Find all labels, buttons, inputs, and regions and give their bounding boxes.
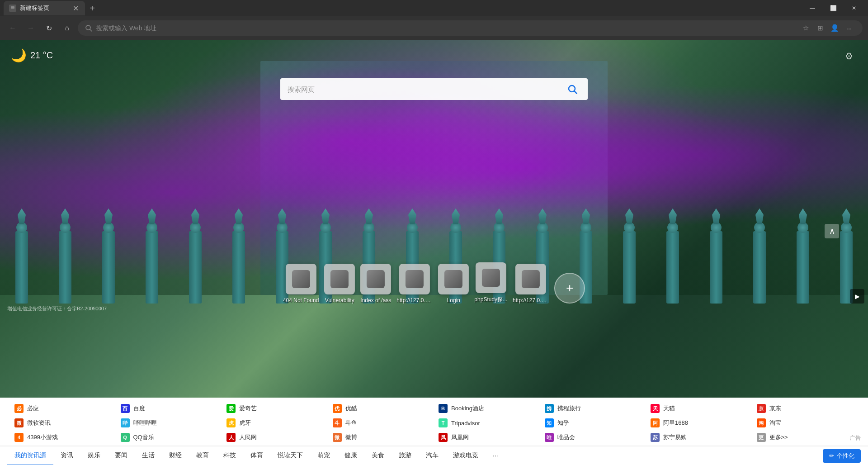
link-item[interactable]: 哔 哔哩哔哩: [117, 417, 222, 429]
link-text: 微博: [345, 433, 357, 441]
link-item[interactable]: Q QQ音乐: [117, 431, 222, 444]
address-input[interactable]: [96, 24, 796, 32]
link-item[interactable]: 阿 阿里1688: [647, 417, 751, 429]
link-item[interactable]: 斗 斗鱼: [329, 417, 434, 429]
back-button[interactable]: ←: [5, 21, 20, 35]
quick-item-3[interactable]: http://127.0.0....: [396, 264, 433, 304]
fence-post: [753, 231, 766, 304]
refresh-icon: ↻: [46, 24, 52, 33]
link-favicon: 4: [14, 433, 24, 442]
link-item[interactable]: 携 携程旅行: [541, 402, 646, 415]
nav-tab-12[interactable]: 美食: [364, 446, 392, 465]
link-text: 苏宁易购: [663, 433, 687, 441]
nav-tab-15[interactable]: 游戏电竞: [446, 446, 486, 465]
quick-item-4[interactable]: Login: [438, 264, 469, 304]
svg-rect-1: [11, 6, 14, 9]
link-item[interactable]: 淘 淘宝: [753, 417, 858, 429]
svg-line-3: [90, 29, 92, 31]
favorites-icon[interactable]: ☆: [799, 22, 812, 34]
link-item[interactable]: T Tripadvisor: [435, 417, 539, 429]
quick-item-6[interactable]: http://127.0.0....: [513, 264, 549, 304]
weather-temperature: 21 °C: [30, 50, 53, 61]
link-favicon: 更: [757, 433, 766, 442]
play-button[interactable]: ▶: [850, 289, 864, 304]
nav-tab-3[interactable]: 要闻: [108, 446, 135, 465]
maximize-button[interactable]: ⬜: [823, 0, 844, 16]
nav-tab-0[interactable]: 我的资讯源: [7, 446, 53, 465]
link-item[interactable]: 4 4399小游戏: [11, 431, 115, 444]
search-button[interactable]: [564, 81, 580, 97]
tab-close-button[interactable]: ✕: [71, 4, 80, 12]
quick-item-5[interactable]: phpStudy探...: [474, 262, 507, 304]
nav-tab-14[interactable]: 汽车: [419, 446, 446, 465]
nav-tab-4[interactable]: 生活: [135, 446, 162, 465]
quick-label-2: Index of /ass: [360, 297, 391, 304]
nav-tab-11[interactable]: 健康: [337, 446, 364, 465]
quick-item-1[interactable]: Vulnerability: [324, 264, 355, 304]
link-text: 人民网: [239, 433, 257, 441]
link-item[interactable]: 京 京东: [753, 402, 858, 415]
nav-tab-6[interactable]: 教育: [189, 446, 216, 465]
search-bar: [280, 78, 588, 100]
svg-line-5: [575, 91, 577, 94]
link-text: 必应: [27, 404, 39, 413]
add-shortcut-button[interactable]: +: [554, 273, 585, 304]
nav-tab-2[interactable]: 娱乐: [80, 446, 108, 465]
link-item[interactable]: 虎 虎牙: [223, 417, 327, 429]
quick-favicon-3: [406, 270, 424, 288]
link-item[interactable]: 微 微软资讯: [11, 417, 115, 429]
nav-tab-5[interactable]: 财经: [162, 446, 189, 465]
nav-tab-10[interactable]: 萌宠: [310, 446, 337, 465]
link-item[interactable]: 必 必应: [11, 402, 115, 415]
link-item[interactable]: 天 天猫: [647, 402, 751, 415]
link-item[interactable]: 唯 唯品会: [541, 431, 646, 444]
nav-tab-1[interactable]: 资讯: [53, 446, 80, 465]
settings-button[interactable]: ⚙: [841, 48, 857, 64]
link-item[interactable]: B Booking酒店: [435, 402, 539, 415]
close-button[interactable]: ✕: [844, 0, 864, 16]
fence-post: [102, 231, 115, 304]
link-item[interactable]: 知 知乎: [541, 417, 646, 429]
tab-favicon: [9, 5, 16, 12]
quick-icon-4: [438, 264, 469, 294]
nav-tab-7[interactable]: 科技: [216, 446, 243, 465]
quick-item-2[interactable]: Index of /ass: [360, 264, 391, 304]
personalize-label: 个性化: [837, 452, 854, 460]
refresh-button[interactable]: ↻: [42, 21, 56, 35]
minimize-button[interactable]: —: [802, 0, 823, 16]
link-item[interactable]: 优 优酷: [329, 402, 434, 415]
link-text: QQ音乐: [133, 433, 154, 441]
personalize-button[interactable]: ✏ 个性化: [823, 449, 861, 463]
play-icon: ▶: [855, 293, 860, 300]
weather-icon: 🌙: [11, 48, 27, 63]
profile-icon[interactable]: 👤: [828, 22, 841, 34]
scroll-up-button[interactable]: ∧: [825, 224, 839, 238]
collections-icon[interactable]: ⊞: [814, 22, 826, 34]
tab-item[interactable]: 新建标签页 ✕: [4, 1, 85, 15]
new-tab-button[interactable]: +: [85, 1, 99, 15]
link-favicon: 爱: [226, 404, 236, 413]
nav-tab-13[interactable]: 旅游: [392, 446, 419, 465]
link-item[interactable]: 人 人民网: [223, 431, 327, 444]
nav-tab-16[interactable]: ···: [486, 446, 505, 465]
search-input[interactable]: [288, 85, 561, 93]
link-item[interactable]: 爱 爱奇艺: [223, 402, 327, 415]
link-item[interactable]: 百 百度: [117, 402, 222, 415]
link-favicon: 淘: [757, 418, 766, 427]
nav-tab-8[interactable]: 体育: [243, 446, 270, 465]
forward-button[interactable]: →: [24, 21, 38, 35]
link-favicon: 必: [14, 404, 24, 413]
link-item[interactable]: 凤 凤凰网: [435, 431, 539, 444]
link-favicon: 虎: [226, 418, 236, 427]
links-row: 必 必应 百 百度 爱 爱奇艺 优 优酷 B Booking酒店 携 携程旅行 …: [0, 398, 868, 446]
home-button[interactable]: ⌂: [60, 21, 74, 35]
link-favicon: 哔: [121, 418, 130, 427]
link-item[interactable]: 苏 苏宁易购: [647, 431, 751, 444]
link-item[interactable]: 微 微博: [329, 431, 434, 444]
quick-item-0[interactable]: 404 Not Found: [283, 264, 319, 304]
menu-icon[interactable]: ···: [843, 22, 855, 34]
nav-tab-9[interactable]: 悦读天下: [270, 446, 310, 465]
link-item[interactable]: 更 更多>>: [753, 431, 858, 444]
quick-access-container: 404 Not Found Vulnerability Index of /as…: [283, 262, 585, 304]
chevron-up-icon: ∧: [829, 226, 835, 236]
